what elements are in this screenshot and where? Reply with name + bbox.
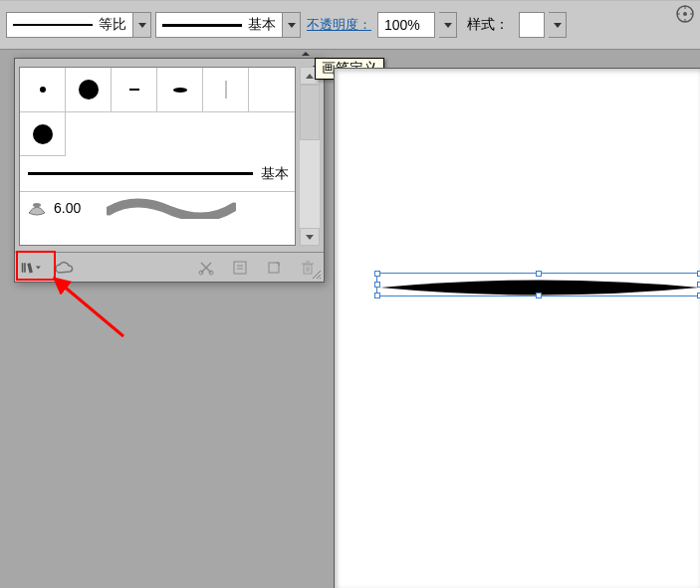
- style-label: 样式：: [461, 16, 515, 34]
- brush-tip-large-round[interactable]: [66, 68, 112, 111]
- brush-combo-label: 基本: [248, 16, 276, 34]
- brush-tip-empty[interactable]: [249, 68, 295, 111]
- brush-stroke-preview: [28, 172, 253, 175]
- svg-point-1: [683, 12, 687, 16]
- selection-handle-w[interactable]: [374, 282, 380, 288]
- brush-stroke-basic[interactable]: 基本: [20, 156, 295, 192]
- brush-tip-dash[interactable]: [112, 68, 157, 111]
- brush-tip-thin[interactable]: [203, 68, 249, 111]
- style-swatch[interactable]: [519, 12, 545, 38]
- opacity-input[interactable]: 100%: [377, 12, 435, 38]
- scroll-thumb[interactable]: [300, 85, 320, 140]
- brush-list: 基本 6.00: [19, 67, 296, 246]
- document-canvas[interactable]: [334, 68, 700, 588]
- annotation-arrow: [44, 275, 133, 344]
- brush-panel: 基本 6.00: [14, 58, 325, 283]
- library-cloud-icon[interactable]: [55, 258, 75, 278]
- brush-tip-large-round-2[interactable]: [20, 112, 66, 156]
- svg-rect-8: [24, 263, 26, 273]
- brush-stroke-label: 基本: [261, 165, 289, 183]
- svg-point-6: [33, 203, 41, 207]
- scale-combo[interactable]: 等比: [6, 12, 151, 38]
- options-toolbar: 等比 基本 不透明度： 100% 样式：: [0, 0, 700, 50]
- brush-wave-preview: [107, 197, 236, 219]
- selection-handle-n[interactable]: [536, 271, 542, 277]
- inkwell-icon: [26, 199, 48, 217]
- svg-line-22: [320, 278, 321, 279]
- opacity-stepper[interactable]: [439, 12, 457, 38]
- selection-handle-sw[interactable]: [374, 293, 380, 298]
- brush-tip-ellipse[interactable]: [157, 68, 203, 111]
- brush-calligraphic-row[interactable]: 6.00: [20, 192, 295, 224]
- panel-pointer-icon: [302, 52, 310, 56]
- scroll-track[interactable]: [300, 140, 320, 228]
- options-icon[interactable]: [230, 258, 250, 278]
- svg-line-20: [313, 271, 321, 279]
- scale-combo-arrow[interactable]: [132, 13, 150, 37]
- svg-rect-11: [234, 262, 246, 274]
- brush-combo-arrow[interactable]: [282, 13, 300, 37]
- brush-tip-row-2: [20, 112, 295, 156]
- cut-icon[interactable]: [196, 258, 216, 278]
- resize-grip-icon[interactable]: [310, 268, 322, 280]
- brush-combo[interactable]: 基本: [155, 12, 301, 38]
- opacity-label[interactable]: 不透明度：: [305, 16, 373, 34]
- brush-tip-small-round[interactable]: [20, 68, 66, 111]
- selection-handle-nw[interactable]: [374, 271, 380, 277]
- brush-panel-footer: [15, 252, 324, 282]
- style-dropdown-arrow[interactable]: [549, 12, 567, 38]
- scale-combo-label: 等比: [99, 16, 126, 34]
- selection-handle-s[interactable]: [536, 293, 542, 298]
- opacity-value: 100%: [384, 17, 420, 33]
- svg-rect-14: [269, 263, 279, 273]
- selection-bounding-box: [376, 273, 700, 296]
- brush-preview-line: [162, 24, 242, 27]
- svg-rect-7: [22, 263, 24, 273]
- new-brush-icon[interactable]: [264, 258, 284, 278]
- library-menu-icon[interactable]: [21, 258, 41, 278]
- graphic-styles-icon[interactable]: [674, 3, 696, 25]
- scale-preview-line: [13, 24, 93, 26]
- brush-scrollbar[interactable]: [300, 67, 320, 246]
- brush-tip-row-1: [20, 68, 295, 112]
- scroll-down-button[interactable]: [300, 228, 320, 246]
- brush-size-value: 6.00: [54, 200, 81, 216]
- svg-line-23: [62, 285, 123, 336]
